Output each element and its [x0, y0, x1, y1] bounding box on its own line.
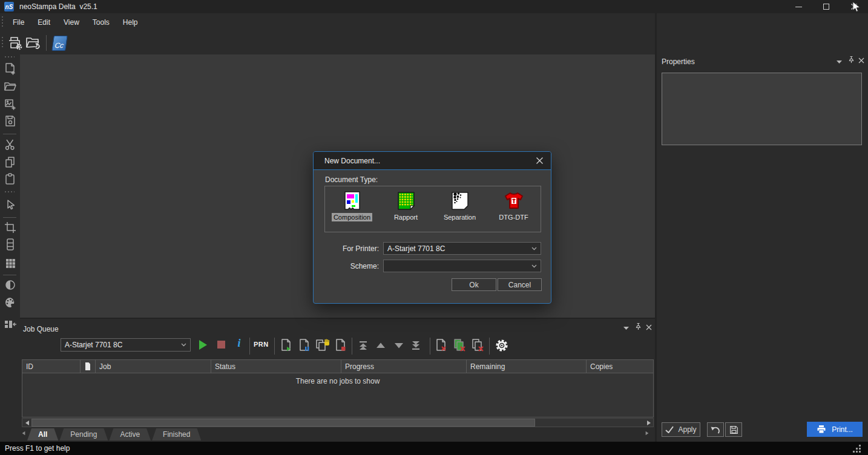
properties-close-button[interactable]	[856, 56, 866, 65]
properties-panel: Properties Apply Print...	[657, 13, 868, 442]
ink-tool-button[interactable]	[3, 278, 18, 292]
doc-type-separation[interactable]: Separation	[434, 191, 486, 232]
job-queue-close-button[interactable]	[644, 323, 654, 332]
tab-scroll-right-button[interactable]	[645, 431, 649, 436]
move-job-top-button[interactable]	[358, 340, 369, 351]
maximize-button[interactable]	[812, 0, 840, 13]
copy-button[interactable]	[3, 155, 18, 169]
cancel-button[interactable]: Cancel	[498, 278, 542, 291]
stop-icon	[217, 341, 225, 349]
print-job-button[interactable]	[280, 338, 293, 353]
menu-tools[interactable]: Tools	[86, 16, 116, 29]
printer-select[interactable]: A-Starjet 7701 8C	[383, 242, 541, 255]
prn-button[interactable]: PRN	[254, 341, 269, 348]
column-header-job[interactable]: Job	[96, 360, 211, 373]
left-toolbar-divider	[3, 217, 16, 218]
menubar-drag-handle[interactable]	[2, 16, 3, 28]
open-recent-button[interactable]	[24, 34, 42, 52]
tab-active[interactable]: Active	[109, 428, 151, 440]
move-job-up-button[interactable]	[375, 340, 386, 351]
doc-type-composition[interactable]: Composition	[326, 191, 378, 232]
left-toolbar-drag-handle[interactable]	[5, 56, 15, 57]
save-image-button[interactable]	[3, 114, 18, 128]
tab-all[interactable]: All	[27, 428, 58, 440]
job-table-hscrollbar[interactable]	[22, 418, 654, 427]
add-image-button[interactable]	[3, 97, 18, 111]
tab-finished[interactable]: Finished	[152, 428, 201, 440]
layout-rows-button[interactable]	[3, 237, 18, 252]
column-header-progress[interactable]: Progress	[341, 360, 467, 373]
left-toolbar-divider	[3, 275, 16, 275]
crop-tool-button[interactable]	[3, 220, 18, 235]
move-job-down-button[interactable]	[393, 340, 404, 351]
select-tool-button[interactable]	[3, 198, 18, 212]
scheme-label: Scheme:	[314, 262, 379, 270]
statusbar: Press F1 to get help	[0, 442, 868, 455]
save-settings-button[interactable]	[725, 422, 742, 437]
queue-settings-button[interactable]	[495, 338, 509, 353]
resize-grip[interactable]	[859, 451, 861, 453]
menu-view[interactable]: View	[57, 16, 86, 29]
doc-type-dtg-dtf[interactable]: DTG-DTF	[488, 191, 540, 232]
paste-button[interactable]	[3, 172, 18, 186]
move-job-bottom-button[interactable]	[410, 340, 421, 351]
column-header-copies[interactable]: Copies	[587, 360, 653, 373]
print-setup-button[interactable]	[6, 34, 24, 52]
document-stop-icon	[334, 338, 347, 353]
scheme-select[interactable]	[383, 260, 541, 272]
pause-job-button[interactable]	[298, 338, 311, 353]
cut-scissors-icon	[4, 138, 17, 151]
properties-pin-button[interactable]	[846, 55, 856, 64]
menu-edit[interactable]: Edit	[31, 16, 57, 29]
scrollbar-thumb[interactable]	[31, 419, 535, 427]
ok-button[interactable]: Ok	[452, 278, 496, 291]
pin-icon	[635, 322, 642, 330]
column-header-doc[interactable]	[81, 360, 96, 373]
hold-job-button[interactable]	[315, 338, 330, 353]
composition-icon	[342, 191, 363, 211]
menu-help[interactable]: Help	[116, 16, 145, 29]
grid-tool-button[interactable]	[3, 255, 18, 270]
palette-tool-button[interactable]	[3, 295, 18, 310]
print-button[interactable]: Print...	[807, 422, 863, 437]
stop-queue-button[interactable]	[217, 341, 225, 349]
queue-filter-tabs: All Pending Active Finished	[27, 428, 201, 440]
scroll-left-button[interactable]	[22, 421, 31, 425]
open-file-button[interactable]	[3, 79, 18, 94]
column-header-remaining[interactable]: Remaining	[467, 360, 587, 373]
documents-delete-icon	[471, 338, 485, 353]
start-queue-button[interactable]	[199, 340, 208, 350]
menu-file[interactable]: File	[6, 16, 31, 29]
new-document-button[interactable]	[3, 62, 18, 76]
delete-all-jobs-button[interactable]	[471, 338, 485, 353]
doc-type-rapport[interactable]: Rapport	[380, 191, 432, 232]
job-info-button[interactable]: i	[235, 337, 243, 350]
left-toolbar-drag-handle-2[interactable]	[5, 191, 15, 192]
doc-type-label: Rapport	[392, 213, 419, 221]
dock-left-icon	[4, 318, 17, 331]
properties-menu-button[interactable]	[834, 57, 844, 66]
undo-button[interactable]	[707, 422, 724, 437]
job-queue-pin-button[interactable]	[633, 322, 643, 330]
color-correction-button[interactable]: Cc	[50, 34, 68, 52]
delete-finished-jobs-button[interactable]	[453, 338, 467, 353]
job-queue-menu-button[interactable]	[621, 324, 631, 332]
column-header-id[interactable]: ID	[22, 360, 81, 373]
tab-pending[interactable]: Pending	[59, 428, 108, 440]
minimize-button[interactable]	[784, 0, 812, 13]
scroll-right-button[interactable]	[644, 421, 653, 425]
stop-job-button[interactable]	[334, 338, 347, 353]
tshirt-icon	[504, 191, 524, 211]
queue-printer-select[interactable]: A-Starjet 7701 8C	[61, 338, 191, 352]
dock-panel-button[interactable]	[3, 317, 18, 332]
dialog-close-button[interactable]	[536, 157, 544, 165]
folder-sync-icon	[25, 36, 41, 50]
tab-scroll-left-button[interactable]	[22, 431, 25, 436]
column-header-status[interactable]: Status	[211, 360, 341, 373]
toolbar-drag-handle[interactable]	[2, 37, 3, 49]
apply-button[interactable]: Apply	[662, 422, 700, 437]
paste-clipboard-icon	[4, 172, 17, 186]
cut-button[interactable]	[3, 137, 18, 152]
delete-job-button[interactable]	[435, 338, 448, 353]
close-icon	[536, 157, 544, 165]
